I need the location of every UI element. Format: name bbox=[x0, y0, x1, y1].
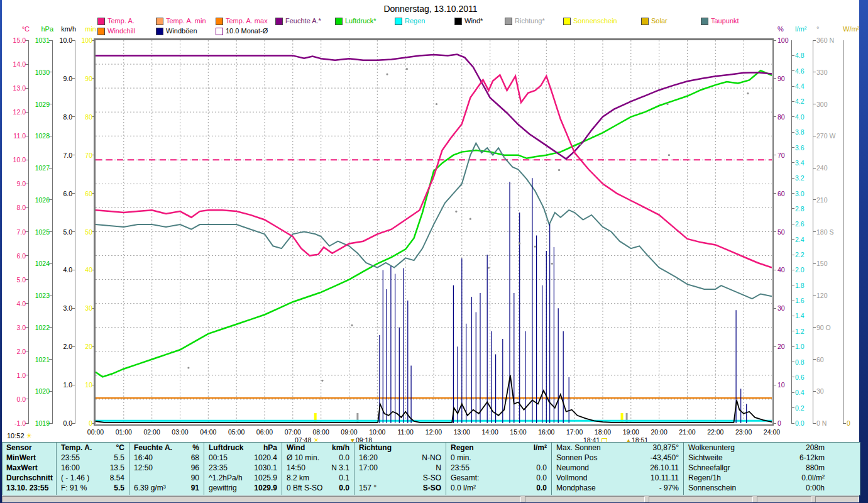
axis-tick-label: 1022 bbox=[25, 324, 50, 331]
table-row: 8.2 km0.1 bbox=[282, 473, 354, 483]
series-richtung-dot bbox=[488, 267, 490, 268]
table-row: 16:0013.5 bbox=[57, 463, 129, 473]
axis-tick bbox=[791, 316, 794, 316]
axis-tick-label: 50 bbox=[67, 229, 92, 236]
table-group: LuftdruckhPa00:151020.423:351030.1^1.2hP… bbox=[204, 443, 282, 495]
axis-tick-label: -1.0 bbox=[1, 420, 26, 427]
axis-tick-label: 1.4 bbox=[795, 312, 805, 319]
table-cell-value: °C bbox=[116, 443, 129, 453]
axis-tick-label: 1029 bbox=[25, 101, 50, 108]
axis-tick-label: 1.0 bbox=[1, 372, 26, 379]
legend-swatch-taupunkt bbox=[701, 18, 708, 25]
table-row: 00:151020.4 bbox=[204, 453, 282, 463]
statusbar-segment bbox=[649, 496, 754, 502]
table-cell-value: hPa bbox=[263, 443, 282, 453]
axis-tick bbox=[813, 199, 816, 200]
axis-tick-label: 0 bbox=[777, 420, 781, 427]
x-axis-label: 07:00 bbox=[279, 428, 307, 436]
series-richtung-dot bbox=[667, 103, 669, 105]
axis-tick-label: 6.0 bbox=[1, 253, 26, 260]
table-cell-value bbox=[441, 443, 446, 453]
table-cell-label: 23:55 bbox=[446, 463, 536, 473]
table-cell-label: Luftdruck bbox=[204, 443, 263, 453]
axis-tick bbox=[813, 168, 816, 169]
legend-swatch-luftdruck- bbox=[335, 18, 343, 25]
table-cell-label: 00:15 bbox=[204, 453, 254, 463]
series-richtung-dot bbox=[551, 263, 553, 265]
series-richtung-dot bbox=[455, 211, 457, 213]
axis-tick bbox=[791, 86, 794, 87]
axis-tick-label: 60 bbox=[67, 191, 92, 197]
table-cell-label: 12:50 bbox=[129, 463, 191, 473]
table-row: 14:50N 3.1 bbox=[282, 463, 354, 473]
table-row: S-SO bbox=[354, 473, 446, 483]
table-group: Wolkenunterg208mSichtweite6-12kmSchneefa… bbox=[683, 443, 860, 495]
legend-label: Luftdruck* bbox=[345, 17, 376, 25]
table-row: gewittrig1029.9 bbox=[204, 483, 282, 493]
axis-tick-label: 90 bbox=[777, 75, 785, 82]
table-cell-value: 880m bbox=[806, 463, 860, 473]
series-richtung-dot bbox=[668, 154, 670, 156]
axis-line bbox=[813, 40, 813, 424]
legend-label: Sonnenschein bbox=[573, 17, 617, 25]
axis-tick-label: 12.0 bbox=[1, 109, 26, 116]
axis-tick-label: 2.2 bbox=[795, 252, 805, 258]
table-row-labels: SensorMinWertMaxWertDurchschnitt13.10. 2… bbox=[3, 443, 56, 495]
axis-tick-label: 30 bbox=[67, 305, 92, 312]
statusbar-segment bbox=[525, 496, 645, 502]
table-cell-label bbox=[129, 473, 191, 483]
axis-tick-label: 3.8 bbox=[795, 129, 805, 136]
legend-swatch-sonnenschein bbox=[563, 18, 571, 25]
table-cell-label: Gesamt: bbox=[446, 473, 536, 483]
axis-title-°C: °C bbox=[4, 25, 30, 33]
table-row: Windkm/h bbox=[282, 443, 354, 453]
legend-label: Temp. A. bbox=[107, 17, 135, 25]
table-cell-value: 6-12km bbox=[799, 453, 860, 463]
axis-tick-label: 1025 bbox=[25, 229, 50, 236]
legend-label: 10.0 Monat-Ø bbox=[226, 27, 268, 35]
table-cell-value: 0.0 bbox=[536, 473, 551, 483]
table-group: Temp. A.°C23:555.516:0013.5( - 1.46 )8.5… bbox=[56, 443, 129, 495]
axis-tick bbox=[791, 255, 794, 255]
axis-tick-label: 150 bbox=[816, 260, 828, 267]
axis-tick-label: 100 bbox=[777, 37, 789, 44]
x-axis-label: 02:00 bbox=[138, 428, 166, 436]
axis-tick-label: 180 S bbox=[816, 229, 833, 236]
table-cell-value: - 97% bbox=[659, 483, 683, 493]
series-richtung-dot bbox=[351, 324, 353, 326]
table-cell-value: 0.0 bbox=[339, 453, 354, 463]
x-axis-label: 06:00 bbox=[251, 428, 278, 436]
series-richtung-dot bbox=[187, 367, 189, 368]
table-row: Sonnen Pos-43,450° bbox=[552, 453, 683, 463]
axis-tick-label: 9.0 bbox=[1, 180, 26, 187]
table-cell-value: 0.0 bbox=[536, 463, 551, 473]
axis-tick-label: 30 bbox=[816, 388, 824, 395]
table-group: Richtung16:20N-NO17:00NS-SO157 °S-SO bbox=[354, 443, 446, 495]
table-row: Richtung bbox=[354, 443, 446, 453]
axis-tick-label: 4.4 bbox=[795, 83, 805, 90]
statusbar-segment bbox=[757, 496, 811, 502]
table-cell-label: gewittrig bbox=[204, 483, 254, 493]
legend-label: Richtung* bbox=[515, 17, 545, 25]
table-cell-label bbox=[354, 473, 423, 483]
table-group: Feuchte A.%16:406812:5096906.39 g/m³91 bbox=[129, 443, 204, 495]
table-row: F: 91 %5.5 bbox=[57, 483, 129, 493]
table-cell-label: Neumond bbox=[552, 463, 650, 473]
axis-tick bbox=[813, 40, 816, 41]
table-row: 16:20N-NO bbox=[354, 453, 446, 463]
axis-tick-label: 3.4 bbox=[795, 160, 805, 167]
axis-tick bbox=[813, 136, 816, 136]
x-axis-label: 19:00 bbox=[617, 428, 645, 436]
weather-chart bbox=[96, 40, 772, 423]
legend-swatch-10-0-monat- bbox=[216, 28, 223, 35]
table-cell-label: 14:50 bbox=[282, 463, 331, 473]
axis-tick-label: 1.0 bbox=[795, 343, 805, 350]
axis-tick bbox=[791, 301, 794, 301]
axis-title-hPa: hPa bbox=[28, 25, 53, 33]
series-richtung-dot bbox=[558, 169, 560, 171]
axis-tick bbox=[791, 55, 794, 56]
table-cell-label: F: 91 % bbox=[57, 483, 114, 493]
axis-tick-label: 1023 bbox=[25, 292, 50, 299]
table-cell-label: 0 min. bbox=[446, 453, 547, 463]
axis-tick-label: 210 bbox=[816, 197, 828, 204]
